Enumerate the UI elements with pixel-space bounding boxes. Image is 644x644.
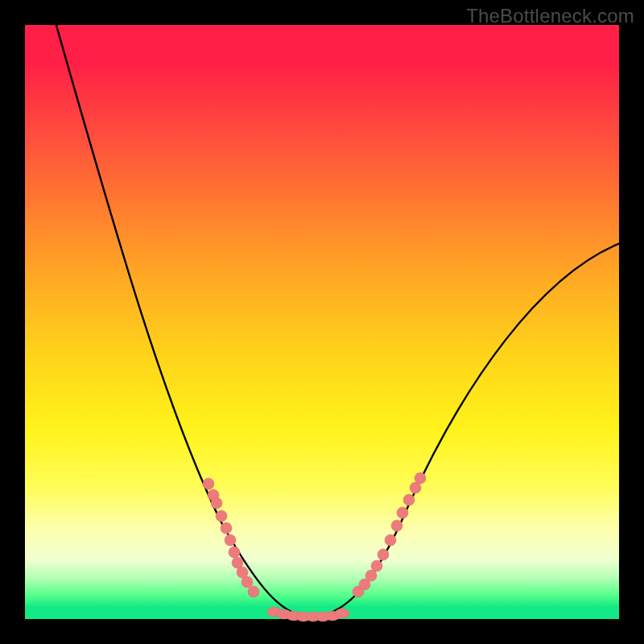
data-dot (216, 510, 227, 522)
data-dot (415, 473, 426, 484)
data-dot (242, 576, 253, 588)
data-dot (211, 497, 222, 509)
data-dot (403, 494, 415, 506)
data-dot (385, 535, 396, 546)
dots-right-group (353, 473, 426, 597)
data-dot (225, 535, 236, 546)
data-dot (221, 522, 232, 534)
bottleneck-curve (54, 17, 622, 617)
plot-area (25, 25, 619, 619)
data-dot (365, 570, 377, 581)
data-dot (248, 586, 259, 597)
data-dot (397, 507, 408, 518)
data-dot (371, 560, 382, 572)
data-dot (335, 609, 349, 618)
watermark-text: TheBottleneck.com (466, 5, 634, 27)
data-dot (229, 547, 240, 558)
data-dot (378, 549, 389, 560)
outer-frame: TheBottleneck.com (0, 0, 644, 644)
data-dot (203, 478, 214, 489)
dots-left-group (203, 478, 259, 597)
data-dot (391, 520, 402, 531)
chart-svg (25, 25, 619, 619)
